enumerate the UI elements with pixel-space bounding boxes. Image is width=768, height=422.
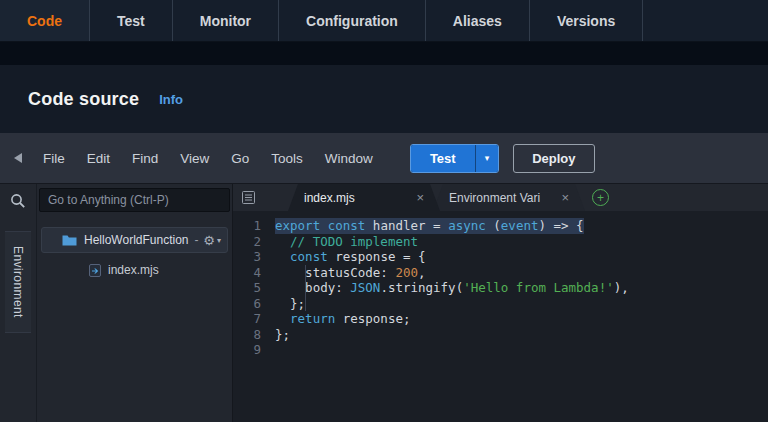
gear-caret-icon[interactable]: ▾ [217, 236, 221, 245]
file-tree-panel: HelloWorldFunction - ⚙ ▾ index.mjs [37, 184, 233, 422]
tree-folder-row[interactable]: HelloWorldFunction - ⚙ ▾ [41, 227, 228, 253]
code-line-content: }; [275, 327, 290, 343]
line-number: 7 [233, 311, 269, 327]
collapse-panel-icon[interactable] [14, 153, 22, 163]
code-line-content: body: JSON.stringify('Hello from Lambda!… [275, 280, 629, 296]
editor-menus: FileEditFindViewGoToolsWindow [32, 151, 384, 166]
code-line-3: 3 const response = { [233, 249, 768, 265]
tab-list-icon[interactable] [242, 191, 255, 204]
code-line-content: return response; [275, 311, 410, 327]
code-line-7: 7 return response; [233, 311, 768, 327]
editor-menubar: FileEditFindViewGoToolsWindow Test ▾ Dep… [0, 133, 768, 184]
environment-panel-tab[interactable]: Environment [5, 231, 31, 333]
folder-suffix: - [195, 233, 199, 247]
test-dropdown-caret-icon[interactable]: ▾ [475, 145, 499, 172]
left-icon-strip: Environment [0, 184, 37, 422]
line-number: 6 [233, 296, 269, 312]
editor-tab-environment-vari[interactable]: Environment Vari× [433, 184, 585, 211]
tab-configuration[interactable]: Configuration [279, 0, 426, 41]
new-tab-plus-icon[interactable]: + [592, 189, 609, 206]
menu-go[interactable]: Go [220, 151, 260, 166]
page-title: Code source [28, 89, 139, 110]
code-line-content: const response = { [275, 249, 426, 265]
function-tab-bar: CodeTestMonitorConfigurationAliasesVersi… [0, 0, 768, 42]
tab-test[interactable]: Test [90, 0, 173, 41]
code-line-8: 8}; [233, 327, 768, 343]
line-number: 1 [233, 218, 269, 234]
code-line-content: }; [275, 296, 305, 312]
indent-guide [305, 265, 306, 311]
file-name: index.mjs [108, 263, 159, 277]
folder-name: HelloWorldFunction [84, 233, 189, 247]
line-number: 8 [233, 327, 269, 343]
test-split-button: Test ▾ [410, 144, 499, 173]
close-tab-icon[interactable]: × [561, 191, 569, 204]
line-number: 4 [233, 265, 269, 281]
line-number: 5 [233, 280, 269, 296]
test-button[interactable]: Test [411, 145, 475, 172]
folder-icon [62, 234, 77, 246]
page-background-gap [0, 42, 768, 65]
editor-body: Environment HelloWorldFunction - ⚙ ▾ [0, 184, 768, 422]
code-line-content: // TODO implement [275, 234, 418, 250]
panel-header: Code source Info [0, 65, 768, 133]
code-line-4: 4 statusCode: 200, [233, 265, 768, 281]
menu-edit[interactable]: Edit [76, 151, 121, 166]
code-line-content: statusCode: 200, [275, 265, 426, 281]
tree-file-row[interactable]: index.mjs [39, 260, 230, 280]
editor-tab-label: Environment Vari [449, 191, 540, 205]
menu-view[interactable]: View [169, 151, 220, 166]
menu-window[interactable]: Window [314, 151, 384, 166]
editor-main: index.mjs×Environment Vari× + 1export co… [233, 184, 768, 422]
code-line-2: 2 // TODO implement [233, 234, 768, 250]
tab-code[interactable]: Code [0, 0, 90, 41]
tab-monitor[interactable]: Monitor [173, 0, 279, 41]
code-editor[interactable]: 1export const handler = async (event) =>… [233, 211, 768, 422]
lambda-console: CodeTestMonitorConfigurationAliasesVersi… [0, 0, 768, 422]
editor-tab-label: index.mjs [304, 191, 355, 205]
code-line-5: 5 body: JSON.stringify('Hello from Lambd… [233, 280, 768, 296]
menu-tools[interactable]: Tools [260, 151, 314, 166]
editor-tab-index-mjs[interactable]: index.mjs× [288, 184, 440, 211]
tab-aliases[interactable]: Aliases [426, 0, 530, 41]
editor-tab-bar: index.mjs×Environment Vari× + [233, 184, 768, 211]
code-line-9: 9 [233, 342, 768, 358]
line-number: 3 [233, 249, 269, 265]
menu-find[interactable]: Find [121, 151, 169, 166]
menu-file[interactable]: File [32, 151, 76, 166]
gear-icon[interactable]: ⚙ [203, 234, 215, 247]
line-number: 2 [233, 234, 269, 250]
info-link[interactable]: Info [159, 92, 183, 107]
line-number: 9 [233, 342, 269, 358]
goto-anything-input[interactable] [39, 188, 230, 212]
code-line-content: export const handler = async (event) => … [275, 218, 584, 234]
search-icon[interactable] [10, 193, 26, 213]
deploy-button[interactable]: Deploy [513, 144, 594, 173]
code-source-panel: Code source Info FileEditFindViewGoTools… [0, 65, 768, 422]
code-line-1: 1export const handler = async (event) =>… [233, 218, 768, 234]
file-icon [89, 264, 101, 277]
close-tab-icon[interactable]: × [416, 191, 424, 204]
tab-versions[interactable]: Versions [530, 0, 643, 41]
code-line-6: 6 }; [233, 296, 768, 312]
